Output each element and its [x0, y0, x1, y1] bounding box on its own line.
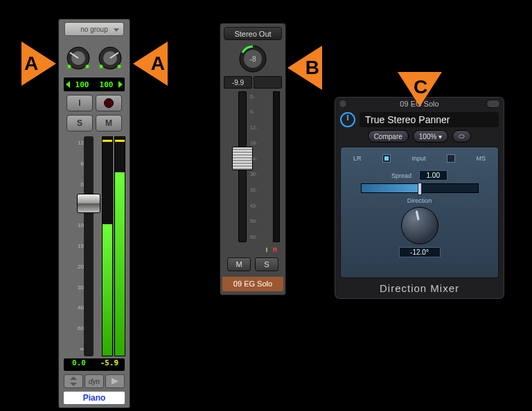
peak-value: -5.9: [94, 358, 125, 371]
record-icon: [104, 98, 114, 108]
group-selector[interactable]: no group: [64, 22, 124, 36]
svg-point-9: [118, 65, 121, 68]
label-a-left: A: [21, 42, 56, 86]
plugin-body: LR Input MS Spread 1.00 Direction -12.0°: [340, 147, 499, 278]
fader-area: 0-6-12-18-24-30-35-40-50-60- I R: [224, 91, 282, 242]
pan-readout: 100 100: [64, 77, 125, 91]
updown-icon: ▾: [438, 133, 442, 140]
mute-button[interactable]: M: [227, 257, 251, 271]
pan-right-value: 100: [94, 80, 118, 89]
output-selector[interactable]: Stereo Out: [224, 27, 282, 40]
power-icon[interactable]: [340, 112, 355, 127]
plugin-name[interactable]: True Stereo Panner: [360, 112, 499, 127]
pan-value: -8: [238, 55, 267, 63]
svg-marker-11: [70, 383, 77, 386]
svg-point-4: [86, 65, 89, 68]
svg-marker-10: [70, 376, 77, 380]
pan-right-arrow-icon: [118, 81, 123, 88]
plugin-footer: Direction Mixer: [335, 282, 504, 294]
label-a-right: A: [133, 42, 168, 86]
protools-channel-strip: no group 100 100 I S M 12605101520304060…: [58, 19, 130, 408]
fader-scale: 0-6-12-18-24-30-35-40-50-60-: [250, 91, 268, 242]
spread-value[interactable]: 1.00: [419, 170, 447, 181]
updown-icon: [70, 376, 77, 386]
meter-right: [114, 136, 125, 356]
db-readout: -9.9: [224, 76, 252, 88]
mute-button[interactable]: M: [96, 115, 122, 131]
volume-readout: 0.0 -5.9: [64, 358, 125, 371]
mode-ms-label: MS: [476, 155, 486, 162]
direction-label: Direction: [399, 197, 441, 204]
fader-track: [84, 136, 94, 356]
logic-channel-strip: Stereo Out -8 -9.9 0-6-12-18-24-30-35-40…: [220, 23, 286, 295]
record-arm-button[interactable]: [96, 95, 122, 111]
direction-mixer-window: 09 EG Solo True Stereo Panner Compare 10…: [334, 96, 505, 300]
close-icon[interactable]: [339, 100, 347, 108]
window-menu-icon[interactable]: [486, 100, 500, 108]
direction-section: Direction -12.0°: [399, 197, 441, 257]
spread-label: Spread: [391, 172, 411, 179]
peak-readout: [254, 76, 282, 88]
label-c: C: [398, 72, 442, 107]
pan-knob-left[interactable]: [64, 44, 92, 72]
automation-mode[interactable]: dyn: [85, 374, 104, 388]
label-b: B: [287, 46, 322, 90]
pan-knob-row: [59, 41, 130, 75]
direction-knob[interactable]: [401, 207, 438, 244]
compare-button[interactable]: Compare: [368, 130, 409, 143]
fader-scale: 12605101520304060∞: [63, 136, 84, 356]
track-name[interactable]: Piano: [64, 392, 125, 404]
svg-point-3: [68, 65, 71, 68]
trim-arrows[interactable]: [64, 374, 83, 388]
track-name[interactable]: 09 EG Solo: [222, 277, 283, 291]
fader-cap[interactable]: [77, 194, 100, 213]
pan-knob[interactable]: -8: [238, 44, 267, 73]
scale-selector[interactable]: 100%▾: [413, 130, 449, 143]
direction-value[interactable]: -12.0°: [399, 247, 441, 257]
mode-lr-radio[interactable]: [382, 154, 391, 163]
mode-lr-label: LR: [353, 155, 362, 162]
mode-ms-radio[interactable]: [447, 154, 455, 163]
volume-value: 0.0: [64, 358, 94, 371]
level-meters: [102, 136, 125, 356]
meter-left: [102, 136, 113, 356]
pan-left-value: 100: [70, 80, 94, 89]
fader-area: 12605101520304060∞: [63, 136, 125, 356]
link-icon[interactable]: ⬭: [452, 130, 471, 143]
solo-button[interactable]: S: [255, 257, 278, 271]
level-meter: [273, 91, 280, 242]
svg-point-8: [100, 65, 103, 68]
input-indicator[interactable]: I: [263, 246, 270, 255]
svg-marker-12: [112, 378, 118, 385]
record-indicator[interactable]: R: [272, 246, 278, 255]
input-monitor-button[interactable]: I: [66, 95, 93, 111]
play-icon: [111, 377, 119, 385]
mode-input-label: Input: [411, 155, 425, 162]
play-icon-button[interactable]: [105, 374, 125, 388]
spread-slider[interactable]: [361, 183, 479, 193]
spread-section: Spread 1.00: [346, 168, 493, 193]
pan-knob-right[interactable]: [96, 44, 124, 72]
solo-button[interactable]: S: [66, 115, 93, 131]
